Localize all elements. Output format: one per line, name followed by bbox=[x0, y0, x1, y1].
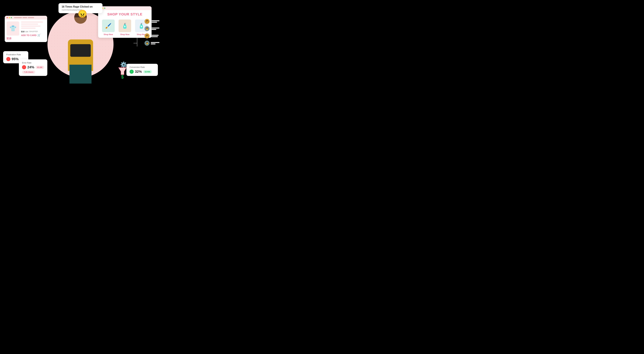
person-laptop bbox=[70, 44, 91, 57]
brush-icon: 🖌️ bbox=[105, 23, 112, 29]
user-bar-1b bbox=[151, 22, 157, 23]
user-bar-2b bbox=[151, 29, 156, 30]
detail-line-4 bbox=[21, 28, 36, 29]
products-row: 🖌️ Shop Now 🧴 Shop Now 🧴 Shop bbox=[98, 18, 152, 38]
shop-dot-green bbox=[104, 8, 105, 9]
product-item-2: 🧴 Shop Now bbox=[118, 20, 131, 36]
detail-lines bbox=[21, 22, 45, 29]
conversion-rate-card: Conversion Rate ↑ 32% $248k bbox=[126, 64, 158, 76]
product-left: 👕 $18 bbox=[6, 22, 19, 40]
error-value: 24% bbox=[27, 65, 34, 69]
users-badge: 7.2k Users bbox=[22, 71, 35, 74]
detail-line-3 bbox=[21, 26, 40, 27]
error-badge: 63.8K bbox=[36, 66, 44, 69]
shop-now-button-1[interactable]: Shop Now bbox=[104, 33, 113, 36]
user-tree: 👩 👨 👩 👩 bbox=[144, 19, 160, 46]
user-bar-2a bbox=[151, 28, 160, 29]
funnel-area: 💲 bbox=[118, 67, 127, 79]
price-current: $18 bbox=[21, 30, 24, 33]
bar-line-3 bbox=[28, 17, 34, 18]
person-pants bbox=[70, 65, 92, 84]
price-old: $36 bbox=[26, 31, 28, 33]
error-title: Error Rate bbox=[22, 62, 44, 64]
detail-line-1 bbox=[21, 22, 43, 23]
dot-green-dot bbox=[11, 17, 12, 18]
funnel-icon bbox=[118, 67, 127, 75]
user-bar-4b bbox=[151, 44, 156, 44]
rage-emoji: 😠 bbox=[78, 10, 87, 18]
bar-line-2 bbox=[22, 17, 27, 18]
dot-red bbox=[6, 17, 8, 18]
product-price-main: $18 bbox=[6, 37, 19, 40]
user-node-4: 👩 bbox=[144, 41, 160, 46]
price-row: $18 $36 50%OFFER bbox=[21, 30, 45, 33]
user-bars-2 bbox=[151, 28, 160, 30]
users-badge-container: 7.2k Users bbox=[22, 71, 44, 74]
product-image-area: 👕 bbox=[6, 22, 19, 36]
bar-line-1 bbox=[14, 17, 22, 18]
shop-style-title: SHOP YOUR STYLE bbox=[100, 12, 149, 16]
frustration-title: Frustration Rate bbox=[6, 53, 25, 56]
product-thumb-2: 🧴 bbox=[118, 20, 131, 32]
detail-line-2 bbox=[21, 24, 38, 25]
shop-now-button-2[interactable]: Shop Now bbox=[120, 33, 130, 36]
user-bars-3 bbox=[151, 35, 159, 37]
user-node-2: 👨 bbox=[144, 26, 160, 31]
shop-style-card: SHOP YOUR STYLE 🖌️ Shop Now 🧴 Shop Now bbox=[98, 6, 152, 38]
cart-icon: 🛒 bbox=[38, 34, 40, 37]
main-scene: 16 Times Rage Clicked on /cart/checkout/… bbox=[0, 0, 161, 88]
product-thumb-1: 🖌️ bbox=[102, 20, 114, 32]
shop-style-header: SHOP YOUR STYLE bbox=[98, 10, 152, 18]
conversion-value: 32% bbox=[135, 70, 142, 74]
conversion-arrow-up-icon: ↑ bbox=[130, 70, 134, 74]
offer-tag: 50%OFFER bbox=[29, 31, 38, 33]
user-bar-3a bbox=[151, 35, 159, 36]
frustration-arrow-up-icon: ↑ bbox=[6, 57, 10, 61]
product-card: 👕 $18 $18 $36 50%OFFER ADD TO CARD bbox=[5, 16, 47, 42]
conversion-title: Conversion Rate bbox=[130, 66, 155, 68]
coin-icon: 💲 bbox=[120, 75, 125, 79]
svg-marker-0 bbox=[118, 68, 126, 75]
product-item-1: 🖌️ Shop Now bbox=[102, 20, 114, 36]
user-avatar-3: 👩 bbox=[144, 33, 150, 38]
user-node-1: 👩 bbox=[144, 19, 160, 24]
error-metric-row: ↑ 24% 63.8K bbox=[22, 65, 44, 69]
shop-browser-bar bbox=[98, 6, 152, 10]
browser-bar bbox=[5, 16, 47, 20]
person-shirt bbox=[68, 40, 93, 71]
user-bars-4 bbox=[151, 42, 160, 44]
add-to-card-label: ADD TO CARD bbox=[21, 34, 36, 37]
user-avatar-4: 👩 bbox=[144, 41, 150, 46]
user-avatar-2: 👨 bbox=[144, 26, 150, 31]
conversion-badge: $248k bbox=[143, 70, 152, 73]
product-details: $18 $36 50%OFFER ADD TO CARD 🛒 bbox=[21, 22, 45, 40]
add-to-card-button[interactable]: ADD TO CARD 🛒 bbox=[21, 34, 40, 37]
browser-bar-lines bbox=[14, 17, 34, 18]
conversion-metric-row: ↑ 32% $248k bbox=[130, 70, 155, 74]
error-arrow-up-icon: ↑ bbox=[22, 65, 26, 69]
frustration-value: 95% bbox=[12, 57, 18, 61]
user-bar-3b bbox=[151, 36, 158, 37]
rage-click-title: 16 Times Rage Clicked on bbox=[62, 5, 99, 8]
user-node-3: 👩 bbox=[144, 33, 160, 38]
product-content: 👕 $18 $18 $36 50%OFFER ADD TO CARD bbox=[5, 20, 47, 42]
error-rate-card: Error Rate ↑ 24% 63.8K 7.2k Users bbox=[19, 59, 47, 76]
user-avatar-1: 👩 bbox=[144, 19, 150, 24]
user-bar-1a bbox=[151, 20, 160, 21]
shirt-icon: 👕 bbox=[10, 25, 16, 32]
user-bars-1 bbox=[151, 20, 160, 23]
user-bar-4a bbox=[151, 42, 160, 43]
cream-icon: 🧴 bbox=[122, 23, 128, 29]
dot-yellow bbox=[9, 17, 10, 18]
perfume-icon: 🧴 bbox=[138, 23, 144, 29]
